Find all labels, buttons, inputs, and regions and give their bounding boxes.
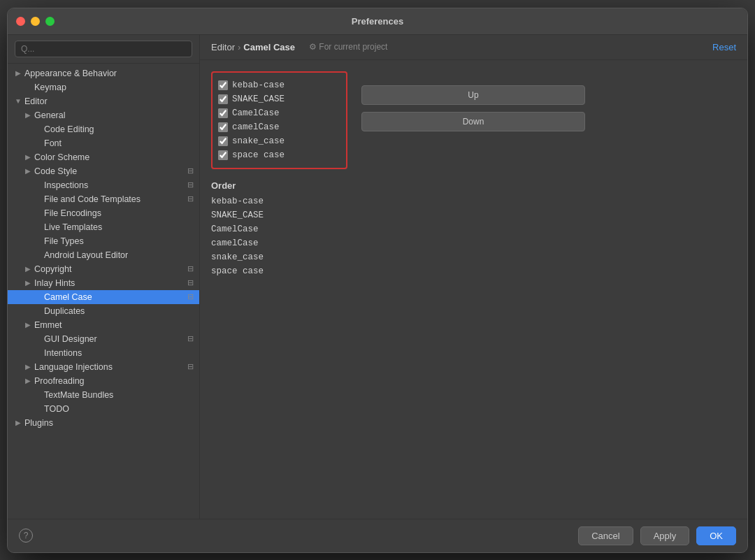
sidebar-item-todo[interactable]: TODO bbox=[8, 402, 199, 416]
footer: ? Cancel Apply OK bbox=[8, 519, 747, 552]
breadcrumb: Editor › Camel Case bbox=[211, 42, 295, 52]
sidebar-item-label: Code Style bbox=[33, 166, 185, 176]
traffic-lights bbox=[16, 17, 55, 26]
breadcrumb-sep: › bbox=[238, 42, 240, 52]
order-item-3: camelCase bbox=[211, 237, 347, 250]
sidebar-item-language-injections[interactable]: ▶Language Injections⊟ bbox=[8, 360, 199, 374]
checkbox-camel-case-upper[interactable] bbox=[218, 108, 228, 118]
sidebar-item-label: File Encodings bbox=[43, 208, 194, 218]
chevron-icon: ▶ bbox=[23, 377, 33, 385]
sidebar-item-appearance[interactable]: ▶Appearance & Behavior bbox=[8, 66, 199, 80]
checkbox-item-kebab-case[interactable]: kebab-case bbox=[218, 78, 340, 92]
sidebar-item-label: Intentions bbox=[43, 348, 194, 358]
checkbox-label-camel-case-lower: camelCase bbox=[232, 122, 280, 132]
order-item-5: space case bbox=[211, 265, 347, 278]
checkbox-camel-case-lower[interactable] bbox=[218, 122, 228, 132]
sidebar-item-label: Inlay Hints bbox=[33, 278, 185, 288]
sidebar-item-label: File and Code Templates bbox=[43, 194, 185, 204]
checkbox-label-kebab-case: kebab-case bbox=[232, 80, 285, 90]
breadcrumb-current: Camel Case bbox=[243, 42, 295, 52]
sidebar-item-label: GUI Designer bbox=[43, 334, 185, 344]
help-button[interactable]: ? bbox=[19, 529, 33, 543]
checkbox-snake-case-upper[interactable] bbox=[218, 94, 228, 104]
checkbox-label-snake-case: snake_case bbox=[232, 136, 285, 146]
sidebar-item-proofreading[interactable]: ▶Proofreading bbox=[8, 374, 199, 388]
window-title: Preferences bbox=[352, 16, 403, 27]
settings-icon: ⊟ bbox=[187, 334, 194, 343]
settings-content: kebab-caseSNAKE_CASECamelCasecamelCasesn… bbox=[200, 60, 747, 519]
checkbox-item-camel-case-upper[interactable]: CamelCase bbox=[218, 106, 340, 120]
reset-button[interactable]: Reset bbox=[712, 42, 736, 52]
sidebar-item-label: Language Injections bbox=[33, 362, 185, 372]
checkbox-space-case[interactable] bbox=[218, 150, 228, 160]
sidebar-item-inspections[interactable]: Inspections⊟ bbox=[8, 178, 199, 192]
sidebar-item-label: Keymap bbox=[33, 82, 194, 92]
minimize-button[interactable] bbox=[31, 17, 40, 26]
sidebar: ▶Appearance & BehaviorKeymap▼Editor▶Gene… bbox=[8, 35, 200, 519]
sidebar-item-label: File Types bbox=[43, 236, 194, 246]
checkbox-item-snake-case-upper[interactable]: SNAKE_CASE bbox=[218, 92, 340, 106]
search-input[interactable] bbox=[15, 41, 192, 57]
sidebar-item-label: Plugins bbox=[23, 418, 194, 428]
sidebar-item-plugins[interactable]: ▶Plugins bbox=[8, 416, 199, 430]
settings-icon: ⊟ bbox=[187, 362, 194, 371]
sidebar-item-editor[interactable]: ▼Editor bbox=[8, 94, 199, 108]
sidebar-item-label: Inspections bbox=[43, 180, 185, 190]
apply-button[interactable]: Apply bbox=[640, 526, 690, 545]
ok-button[interactable]: OK bbox=[696, 526, 736, 545]
checkboxes-section: kebab-caseSNAKE_CASECamelCasecamelCasesn… bbox=[211, 71, 347, 169]
order-list: kebab-caseSNAKE_CASECamelCasecamelCasesn… bbox=[211, 195, 347, 278]
sidebar-item-file-encodings[interactable]: File Encodings bbox=[8, 206, 199, 220]
checkbox-item-camel-case-lower[interactable]: camelCase bbox=[218, 120, 340, 134]
checkbox-item-space-case[interactable]: space case bbox=[218, 148, 340, 162]
close-button[interactable] bbox=[16, 17, 25, 26]
sidebar-item-label: Duplicates bbox=[43, 306, 194, 316]
right-panel: Up Down bbox=[361, 71, 736, 508]
sidebar-item-keymap[interactable]: Keymap bbox=[8, 80, 199, 94]
sidebar-item-duplicates[interactable]: Duplicates bbox=[8, 304, 199, 318]
checkbox-snake-case[interactable] bbox=[218, 136, 228, 146]
sidebar-item-intentions[interactable]: Intentions bbox=[8, 346, 199, 360]
cancel-button[interactable]: Cancel bbox=[578, 526, 633, 545]
checkbox-kebab-case[interactable] bbox=[218, 80, 228, 90]
down-button[interactable]: Down bbox=[361, 112, 585, 131]
preferences-window: Preferences ▶Appearance & BehaviorKeymap… bbox=[7, 8, 748, 553]
chevron-icon: ▶ bbox=[13, 419, 23, 426]
sidebar-item-code-editing[interactable]: Code Editing bbox=[8, 122, 199, 136]
sidebar-item-label: Copyright bbox=[33, 264, 185, 274]
sidebar-item-file-code-templates[interactable]: File and Code Templates⊟ bbox=[8, 192, 199, 206]
sidebar-item-copyright[interactable]: ▶Copyright⊟ bbox=[8, 262, 199, 276]
chevron-icon: ▼ bbox=[13, 97, 23, 105]
chevron-icon: ▶ bbox=[13, 69, 23, 77]
sidebar-item-label: Android Layout Editor bbox=[43, 250, 194, 260]
sidebar-item-label: Editor bbox=[23, 96, 194, 106]
checkbox-item-snake-case[interactable]: snake_case bbox=[218, 134, 340, 148]
chevron-icon: ▶ bbox=[23, 153, 33, 161]
sidebar-item-color-scheme[interactable]: ▶Color Scheme bbox=[8, 150, 199, 164]
sidebar-item-code-style[interactable]: ▶Code Style⊟ bbox=[8, 164, 199, 178]
checkbox-label-space-case: space case bbox=[232, 150, 285, 160]
sidebar-item-font[interactable]: Font bbox=[8, 136, 199, 150]
order-title: Order bbox=[211, 180, 347, 191]
sidebar-item-general[interactable]: ▶General bbox=[8, 108, 199, 122]
sidebar-item-emmet[interactable]: ▶Emmet bbox=[8, 318, 199, 332]
chevron-icon: ▶ bbox=[23, 279, 33, 287]
sidebar-item-camel-case[interactable]: Camel Case⊟ bbox=[8, 290, 199, 304]
sidebar-item-label: Appearance & Behavior bbox=[23, 69, 194, 78]
sidebar-item-live-templates[interactable]: Live Templates bbox=[8, 220, 199, 234]
order-item-2: CamelCase bbox=[211, 223, 347, 236]
settings-icon: ⊟ bbox=[187, 166, 194, 175]
sidebar-item-label: TODO bbox=[43, 404, 194, 414]
settings-icon: ⊟ bbox=[187, 264, 194, 273]
main-panel: Editor › Camel Case ⚙ For current projec… bbox=[200, 35, 747, 519]
chevron-icon: ▶ bbox=[23, 111, 33, 119]
sidebar-item-textmate-bundles[interactable]: TextMate Bundles bbox=[8, 388, 199, 402]
sidebar-item-android-layout-editor[interactable]: Android Layout Editor bbox=[8, 248, 199, 262]
up-button[interactable]: Up bbox=[361, 85, 585, 105]
order-item-1: SNAKE_CASE bbox=[211, 209, 347, 222]
sidebar-item-inlay-hints[interactable]: ▶Inlay Hints⊟ bbox=[8, 276, 199, 290]
maximize-button[interactable] bbox=[45, 17, 55, 26]
sidebar-item-file-types[interactable]: File Types bbox=[8, 234, 199, 248]
sidebar-item-label: Live Templates bbox=[43, 222, 194, 232]
sidebar-item-gui-designer[interactable]: GUI Designer⊟ bbox=[8, 332, 199, 346]
